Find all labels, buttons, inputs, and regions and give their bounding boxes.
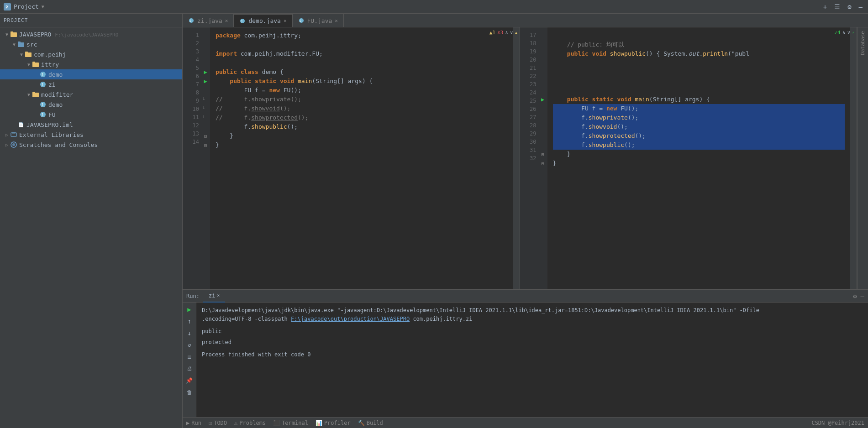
- tree-arrow-modifiter[interactable]: ▼: [26, 92, 32, 97]
- tab-icon-demo: J: [239, 18, 246, 24]
- tree-item-modifiter[interactable]: ▼ modifiter: [0, 89, 182, 99]
- fold-right-31[interactable]: ⊟: [541, 161, 544, 166]
- svg-text:J: J: [241, 20, 242, 23]
- ok-strip-right: ✓: [852, 31, 855, 35]
- tab-zi[interactable]: J zi.java ×: [183, 14, 234, 27]
- code-area-left[interactable]: package com.peihj.ittry; import com.peih…: [210, 27, 513, 289]
- tree-item-demo2[interactable]: J demo: [0, 99, 182, 110]
- tree-item-demo[interactable]: J demo: [0, 69, 182, 79]
- tree-item-javasepro-iml[interactable]: 📄 JAVASEPRO.iml: [0, 120, 182, 130]
- tree-label-javasepro: JAVASEPRO F:\javacode\JAVASEPRO: [19, 31, 118, 38]
- err-count-left: ✗3: [497, 30, 503, 36]
- status-bar: ▶ Run ☑ TODO ⚠ Problems ⬛ Terminal 📊 Pro…: [183, 417, 868, 428]
- project-tree[interactable]: ▼ JAVASEPRO F:\javacode\JAVASEPRO ▼ src …: [0, 27, 182, 428]
- tab-demo[interactable]: J demo.java ×: [234, 14, 292, 27]
- scratches-icon: [10, 141, 17, 148]
- add-button[interactable]: +: [821, 2, 829, 11]
- tree-arrow-zi: [33, 82, 39, 87]
- tree-item-zi[interactable]: J zi: [0, 79, 182, 89]
- run-delete-btn[interactable]: 🗑: [184, 387, 195, 397]
- tree-item-ext-libs[interactable]: ▷ External Libraries: [0, 130, 182, 140]
- status-right-label: CSDN @Peihrj2021: [811, 420, 864, 426]
- run-arrow-5[interactable]: ▶: [204, 69, 207, 75]
- run-arrow-24[interactable]: ▶: [541, 96, 544, 103]
- tab-close-FU[interactable]: ×: [335, 18, 338, 24]
- tree-label-ittry: ittry: [41, 61, 59, 68]
- status-problems[interactable]: ⚠ Problems: [234, 420, 266, 426]
- nav-down-left[interactable]: ∨: [510, 30, 513, 36]
- tree-item-scratches[interactable]: ▷ Scratches and Consoles: [0, 140, 182, 150]
- project-dropdown-arrow[interactable]: ▼: [42, 4, 44, 9]
- tree-item-FU[interactable]: J FU: [0, 110, 182, 120]
- run-arrow-6[interactable]: ▶: [204, 78, 207, 84]
- tree-arrow-ittry[interactable]: ▼: [26, 62, 32, 67]
- settings-button[interactable]: ⚙: [846, 2, 853, 11]
- tree-label-scratches: Scratches and Consoles: [19, 141, 98, 148]
- run-print-btn[interactable]: 🖨: [184, 364, 195, 374]
- code-line-r21: [553, 68, 845, 77]
- fold-8: └: [202, 97, 205, 102]
- run-up-btn[interactable]: ↑: [184, 316, 195, 326]
- status-run[interactable]: ▶ Run: [186, 420, 201, 426]
- bottom-tabs: Run: zi × ⚙ —: [183, 290, 868, 303]
- run-settings-btn[interactable]: ⚙: [853, 292, 857, 300]
- tree-item-javasepro[interactable]: ▼ JAVASEPRO F:\javacode\JAVASEPRO: [0, 29, 182, 39]
- build-icon: 🔨: [358, 420, 365, 426]
- tree-arrow-javasepro[interactable]: ▼: [4, 32, 10, 37]
- right-gutter-left: ▲: [513, 27, 520, 289]
- nav-up-left[interactable]: ∧: [505, 30, 508, 36]
- classpath-link[interactable]: F:\javacode\out\production\JAVASEPRO: [291, 316, 410, 322]
- editor-area: J zi.java × J demo.java × J FU.java ×: [183, 14, 868, 428]
- code-line-r32: [553, 168, 845, 177]
- run-close-btn[interactable]: —: [861, 292, 864, 300]
- tree-item-src[interactable]: ▼ src: [0, 39, 182, 49]
- minimize-button[interactable]: —: [857, 2, 864, 11]
- tree-label-iml: JAVASEPRO.iml: [26, 121, 73, 128]
- code-area-right[interactable]: // public: 均可以 public void showpublic() …: [547, 27, 851, 289]
- svg-text:J: J: [189, 19, 191, 23]
- tab-close-demo[interactable]: ×: [284, 18, 287, 24]
- tree-arrow-compeihj[interactable]: ▼: [18, 52, 25, 57]
- tree-item-compeihj[interactable]: ▼ com.peihj: [0, 49, 182, 59]
- run-down-btn[interactable]: ↓: [184, 328, 195, 338]
- run-tab[interactable]: zi ×: [203, 290, 225, 303]
- status-build[interactable]: 🔨 Build: [358, 420, 383, 426]
- tab-icon-zi: J: [188, 17, 195, 24]
- run-rerun-btn[interactable]: ↺: [184, 340, 195, 350]
- database-tab-label[interactable]: Database: [858, 27, 868, 59]
- run-pin-btn[interactable]: 📌: [184, 376, 195, 386]
- status-terminal[interactable]: ⬛ Terminal: [273, 420, 308, 426]
- code-line-1: package com.peihj.ittry;: [216, 31, 508, 40]
- terminal-icon: ⬛: [273, 420, 280, 426]
- fold-right-30[interactable]: ⊟: [541, 152, 544, 157]
- fold-12[interactable]: ⊟: [204, 134, 207, 139]
- run-tab-name: zi: [209, 292, 215, 299]
- fold-13[interactable]: ⊟: [204, 143, 207, 148]
- run-tab-close[interactable]: ×: [217, 293, 220, 298]
- nav-down-right[interactable]: ∨: [847, 30, 850, 36]
- code-line-r25: FU f = new FU();: [553, 104, 845, 113]
- svg-rect-5: [18, 42, 24, 47]
- tab-close-zi[interactable]: ×: [225, 18, 228, 24]
- status-run-label: Run: [191, 420, 201, 426]
- run-play-btn[interactable]: ▶: [184, 304, 195, 314]
- java-icon-demo2: J: [39, 101, 47, 108]
- tree-arrow-scratches[interactable]: ▷: [4, 142, 10, 147]
- tab-label-demo: demo.java: [248, 17, 280, 24]
- folder-icon-src: [17, 41, 25, 48]
- warn-count-left: ▲1: [489, 30, 495, 36]
- database-panel-tab[interactable]: Database: [857, 27, 868, 289]
- tab-FU[interactable]: J FU.java ×: [293, 14, 344, 27]
- tree-arrow-src[interactable]: ▼: [11, 42, 17, 47]
- status-profiler[interactable]: 📊 Profiler: [316, 420, 351, 426]
- status-todo[interactable]: ☑ TODO: [209, 420, 227, 426]
- nav-up-right[interactable]: ∧: [842, 30, 846, 36]
- project-label[interactable]: Project: [14, 3, 39, 10]
- run-list-btn[interactable]: ≡: [184, 352, 195, 362]
- tree-item-ittry[interactable]: ▼ ittry: [0, 59, 182, 69]
- tree-label-src: src: [26, 41, 37, 48]
- code-line-4: [216, 58, 508, 68]
- tree-arrow-ext-libs[interactable]: ▷: [4, 132, 10, 137]
- list-button[interactable]: ☰: [832, 2, 842, 11]
- tree-label-FU: FU: [48, 111, 56, 118]
